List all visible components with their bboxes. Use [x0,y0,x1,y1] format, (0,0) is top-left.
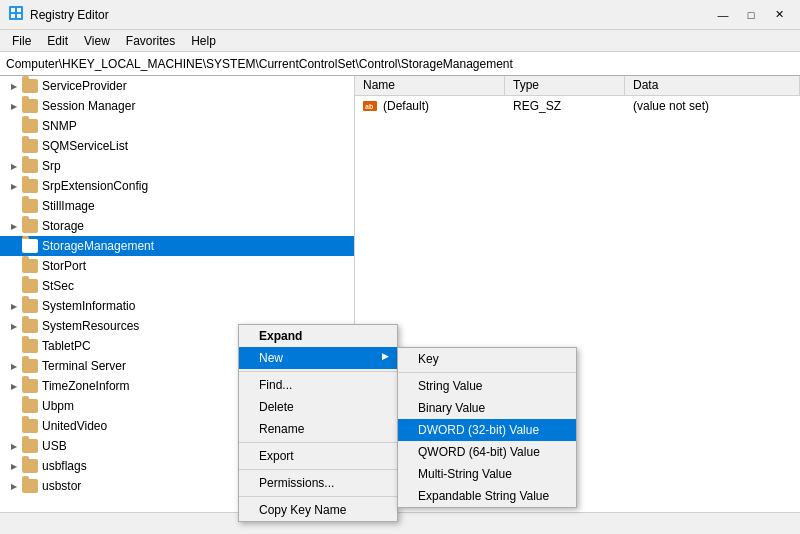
svg-text:ab: ab [365,103,373,110]
context-separator-4 [239,496,397,497]
values-header: Name Type Data [355,76,800,96]
tree-item-label: Session Manager [42,99,135,113]
tree-item-label: TimeZoneInform [42,379,130,393]
arrow-icon: ▶ [8,480,20,492]
tree-item-label: USB [42,439,67,453]
tree-item-snmp[interactable]: ▶ SNMP [0,116,354,136]
folder-icon [22,79,38,93]
tree-item-label: TabletPC [42,339,91,353]
arrow-icon: ▶ [8,320,20,332]
svg-rect-2 [17,8,21,12]
context-menu-permissions[interactable]: Permissions... [239,472,397,494]
address-path: Computer\HKEY_LOCAL_MACHINE\SYSTEM\Curre… [6,57,513,71]
ab-icon: ab [363,99,379,113]
folder-icon [22,479,38,493]
folder-icon [22,319,38,333]
menu-edit[interactable]: Edit [39,32,76,50]
submenu-expandable-string-value[interactable]: Expandable String Value [398,485,576,507]
tree-item-sqm[interactable]: ▶ SQMServiceList [0,136,354,156]
tree-item-stsec[interactable]: ▶ StSec [0,276,354,296]
context-menu-expand[interactable]: Expand [239,325,397,347]
submenu-string-value[interactable]: String Value [398,375,576,397]
context-menu-delete[interactable]: Delete [239,396,397,418]
folder-icon [22,339,38,353]
maximize-button[interactable]: □ [738,5,764,25]
header-data: Data [625,76,800,95]
tree-item-label: SrpExtensionConfig [42,179,148,193]
app-icon [8,5,24,24]
arrow-icon: ▶ [8,80,20,92]
tree-item-label: StillImage [42,199,95,213]
folder-icon [22,279,38,293]
context-menu-rename[interactable]: Rename [239,418,397,440]
tree-item-storport[interactable]: ▶ StorPort [0,256,354,276]
arrow-icon: ▶ [8,220,20,232]
tree-item-storage[interactable]: ▶ Storage [0,216,354,236]
tree-item-label: SNMP [42,119,77,133]
tree-item-label: Srp [42,159,61,173]
svg-rect-3 [11,14,15,18]
submenu-new: Key String Value Binary Value DWORD (32-… [397,347,577,508]
tree-item[interactable]: ▶ ServiceProvider [0,76,354,96]
folder-icon [22,299,38,313]
tree-item-label: SystemResources [42,319,139,333]
context-menu-find[interactable]: Find... [239,374,397,396]
folder-icon [22,399,38,413]
status-bar [0,512,800,534]
close-button[interactable]: ✕ [766,5,792,25]
tree-item-label: ServiceProvider [42,79,127,93]
folder-icon [22,199,38,213]
arrow-icon: ▶ [8,460,20,472]
tree-item-label: Storage [42,219,84,233]
arrow-icon: ▶ [8,100,20,112]
window-controls: — □ ✕ [710,5,792,25]
tree-item-label: SQMServiceList [42,139,128,153]
arrow-icon: ▶ [8,360,20,372]
context-separator-2 [239,442,397,443]
submenu-binary-value[interactable]: Binary Value [398,397,576,419]
tree-item-srp[interactable]: ▶ Srp [0,156,354,176]
folder-icon [22,139,38,153]
folder-icon [22,259,38,273]
main-content: ▶ ServiceProvider ▶ Session Manager ▶ SN… [0,76,800,512]
tree-item-label: StSec [42,279,74,293]
value-type: REG_SZ [505,97,625,115]
context-menu-copy-key-name[interactable]: Copy Key Name [239,499,397,521]
tree-item-label: SystemInformatio [42,299,135,313]
submenu-multistring-value[interactable]: Multi-String Value [398,463,576,485]
value-name: ab (Default) [355,97,505,115]
menu-view[interactable]: View [76,32,118,50]
tree-item-label: Ubpm [42,399,74,413]
menu-favorites[interactable]: Favorites [118,32,183,50]
tree-item-stillimage[interactable]: ▶ StillImage [0,196,354,216]
tree-item-label: StorPort [42,259,86,273]
menu-help[interactable]: Help [183,32,224,50]
tree-item-storagemanagement[interactable]: ▶ StorageManagement [0,236,354,256]
folder-icon [22,239,38,253]
menu-bar: File Edit View Favorites Help [0,30,800,52]
context-menu: Expand New Key String Value Binary Value… [238,324,398,522]
folder-icon [22,179,38,193]
arrow-icon: ▶ [8,160,20,172]
tree-item-sysinfo[interactable]: ▶ SystemInformatio [0,296,354,316]
tree-item-session-manager[interactable]: ▶ Session Manager [0,96,354,116]
context-menu-export[interactable]: Export [239,445,397,467]
arrow-icon: ▶ [8,440,20,452]
tree-item-label: usbflags [42,459,87,473]
tree-item-srpext[interactable]: ▶ SrpExtensionConfig [0,176,354,196]
minimize-button[interactable]: — [710,5,736,25]
context-menu-new[interactable]: New Key String Value Binary Value DWORD … [239,347,397,369]
header-type: Type [505,76,625,95]
submenu-key[interactable]: Key [398,348,576,370]
folder-icon [22,359,38,373]
folder-icon [22,459,38,473]
registry-row[interactable]: ab (Default) REG_SZ (value not set) [355,96,800,116]
menu-file[interactable]: File [4,32,39,50]
submenu-qword-value[interactable]: QWORD (64-bit) Value [398,441,576,463]
context-separator-1 [239,371,397,372]
submenu-dword-value[interactable]: DWORD (32-bit) Value [398,419,576,441]
tree-item-label: UnitedVideo [42,419,107,433]
tree-item-label: StorageManagement [42,239,154,253]
tree-item-label: Terminal Server [42,359,126,373]
folder-icon [22,439,38,453]
